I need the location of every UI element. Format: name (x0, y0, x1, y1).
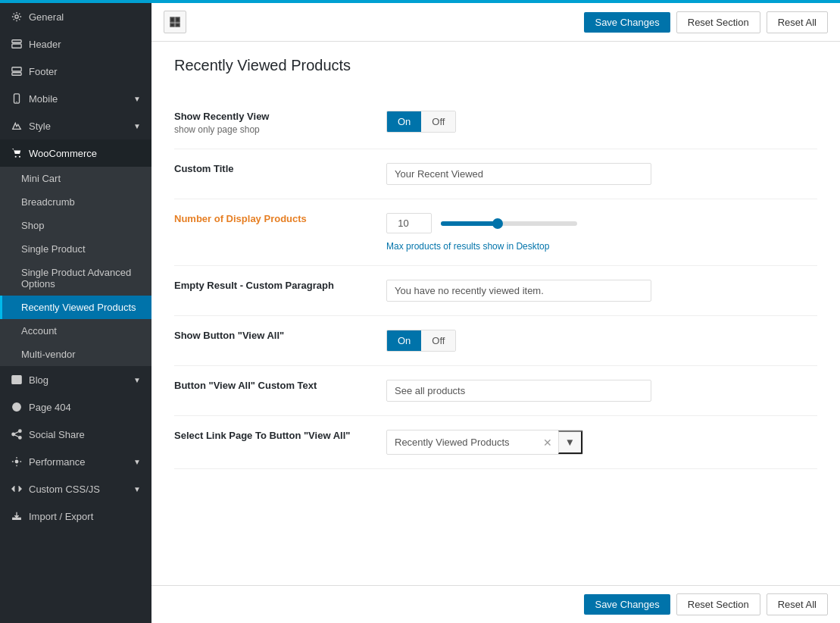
setting-control-show-view-all: On Off (386, 330, 817, 352)
chevron-icon: ▼ (133, 376, 141, 384)
setting-label-view-all-text: Button "View All" Custom Text (174, 380, 371, 391)
label-text: Select Link Page To Button "View All" (174, 430, 371, 441)
sidebar-item-breadcrumb[interactable]: Breadcrumb (0, 190, 151, 214)
sidebar-item-single-product-advanced[interactable]: Single Product Advanced Options (0, 261, 151, 296)
sidebar-item-mini-cart[interactable]: Mini Cart (0, 167, 151, 190)
sidebar-item-label: Import / Export (29, 511, 93, 522)
custom-title-input[interactable] (386, 163, 651, 185)
label-text: Show Recently View (174, 111, 371, 122)
svg-rect-9 (12, 376, 21, 384)
sidebar-item-label: Performance (29, 456, 85, 468)
bottom-toolbar: Save Changes Reset Section Reset All (151, 585, 840, 623)
reset-all-button-top[interactable]: Reset All (767, 11, 828, 33)
setting-control-show-recently-view: On Off (386, 111, 817, 133)
svg-point-14 (19, 430, 22, 433)
footer-icon (11, 65, 23, 77)
svg-rect-21 (176, 17, 180, 22)
sidebar-item-custom-css[interactable]: Custom CSS/JS ▼ (0, 475, 151, 502)
svg-point-6 (16, 102, 17, 102)
setting-label-number-display: Number of Display Products (174, 213, 371, 224)
setting-label-select-link: Select Link Page To Button "View All" (174, 430, 371, 441)
svg-rect-23 (176, 23, 180, 27)
sidebar-item-page404[interactable]: 404 Page 404 (0, 393, 151, 421)
sidebar-item-label: Style (29, 121, 51, 132)
sidebar-item-header[interactable]: Header (0, 30, 151, 58)
label-text: Custom Title (174, 163, 371, 174)
number-input[interactable] (386, 213, 432, 233)
setting-row-select-link: Select Link Page To Button "View All" Re… (174, 416, 817, 469)
label-text: Show Button "View All" (174, 330, 371, 341)
sidebar-item-label: WooCommerce (29, 148, 97, 159)
svg-point-0 (15, 15, 18, 18)
header-icon (11, 38, 23, 50)
reset-section-button-bottom[interactable]: Reset Section (676, 593, 760, 615)
setting-control-empty-result (386, 280, 817, 302)
select-arrow-button[interactable]: ▼ (558, 430, 582, 454)
toggle-off-button[interactable]: Off (421, 330, 455, 351)
reset-all-button-bottom[interactable]: Reset All (767, 593, 828, 615)
main-area: Save Changes Reset Section Reset All Rec… (151, 3, 840, 623)
svg-rect-1 (12, 40, 21, 43)
sidebar-item-footer[interactable]: Footer (0, 58, 151, 85)
label-text: Number of Display Products (174, 213, 371, 224)
page-icon: 404 (11, 401, 23, 413)
sidebar-item-label: Mobile (29, 93, 58, 105)
svg-point-7 (15, 156, 17, 158)
toggle-on-button[interactable]: On (387, 111, 421, 132)
toggle-off-button[interactable]: Off (421, 111, 455, 132)
blog-icon (11, 374, 23, 386)
sidebar-item-woocommerce[interactable]: WooCommerce (0, 139, 151, 167)
empty-result-input[interactable] (386, 280, 651, 302)
sidebar-item-single-product[interactable]: Single Product (0, 237, 151, 261)
label-text: Empty Result - Custom Paragraph (174, 280, 371, 291)
sidebar-item-label: Page 404 (29, 402, 71, 413)
select-clear-button[interactable]: ✕ (537, 432, 558, 453)
svg-rect-22 (170, 23, 174, 27)
sidebar-item-shop[interactable]: Shop (0, 214, 151, 237)
save-changes-button-bottom[interactable]: Save Changes (584, 594, 670, 615)
label-text: Button "View All" Custom Text (174, 380, 371, 391)
sidebar-item-recently-viewed[interactable]: Recently Viewed Products (0, 296, 151, 319)
setting-row-view-all-text: Button "View All" Custom Text (174, 366, 817, 416)
view-all-text-input[interactable] (386, 380, 651, 402)
reset-section-button-top[interactable]: Reset Section (676, 11, 760, 33)
slider-track (441, 221, 577, 226)
sidebar-item-label: General (29, 11, 64, 23)
sidebar-item-social-share[interactable]: Social Share (0, 421, 151, 448)
sidebar-item-mobile[interactable]: Mobile ▼ (0, 85, 151, 112)
sidebar: General Header Footer Mobile ▼ (0, 3, 151, 623)
sidebar-item-performance[interactable]: Performance ▼ (0, 448, 151, 475)
select-link-dropdown[interactable]: Recently Viewed Products ✕ ▼ (386, 430, 583, 455)
top-toolbar: Save Changes Reset Section Reset All (151, 3, 840, 42)
chevron-icon: ▼ (133, 458, 141, 466)
sidebar-item-import-export[interactable]: Import / Export (0, 502, 151, 530)
toggle-on-button[interactable]: On (387, 330, 421, 351)
toggle-group: On Off (386, 330, 456, 352)
style-icon (11, 120, 23, 132)
svg-point-19 (15, 460, 18, 463)
svg-line-18 (14, 435, 18, 437)
sidebar-item-account[interactable]: Account (0, 319, 151, 343)
page-title: Recently Viewed Products (174, 57, 817, 82)
setting-control-view-all-text (386, 380, 817, 402)
sidebar-item-general[interactable]: General (0, 3, 151, 30)
setting-row-custom-title: Custom Title (174, 149, 817, 199)
slider-container[interactable] (441, 221, 577, 226)
label-desc: show only page shop (174, 124, 371, 135)
setting-row-empty-result: Empty Result - Custom Paragraph (174, 266, 817, 316)
setting-control-number-display: Max products of results show in Desktop (386, 213, 817, 252)
setting-label-show-view-all: Show Button "View All" (174, 330, 371, 341)
sidebar-item-blog[interactable]: Blog ▼ (0, 366, 151, 393)
chevron-icon: ▼ (133, 95, 141, 103)
svg-rect-3 (12, 67, 21, 71)
setting-control-select-link: Recently Viewed Products ✕ ▼ (386, 430, 817, 455)
slider-thumb[interactable] (492, 218, 503, 229)
sidebar-item-label: Social Share (29, 429, 85, 440)
setting-row-show-recently-view: Show Recently View show only page shop O… (174, 97, 817, 149)
setting-label-empty-result: Empty Result - Custom Paragraph (174, 280, 371, 291)
pages-icon-button[interactable] (164, 11, 186, 33)
sidebar-item-style[interactable]: Style ▼ (0, 112, 151, 139)
save-changes-button-top[interactable]: Save Changes (584, 12, 670, 33)
setting-control-custom-title (386, 163, 817, 185)
sidebar-item-multi-vendor[interactable]: Multi-vendor (0, 343, 151, 366)
